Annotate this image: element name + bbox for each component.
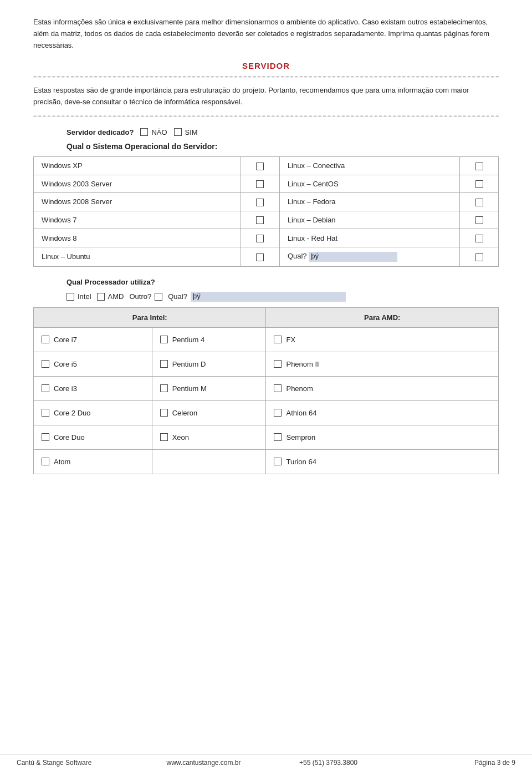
- table-row: Atom Turion 64: [34, 449, 499, 474]
- checkbox-pentium-m[interactable]: [160, 384, 168, 392]
- processor-options-row: Intel AMD Outro? Qual? þÿ: [66, 292, 499, 302]
- nao-checkbox[interactable]: [140, 128, 148, 136]
- proc-qual-label: Qual?: [168, 292, 187, 301]
- proc-item: Pentium M: [160, 384, 258, 393]
- checkbox-phenom-ii[interactable]: [274, 360, 282, 368]
- core-i3-label: Core i3: [54, 384, 77, 393]
- checkbox-core-i3[interactable]: [42, 384, 49, 392]
- proc-item: Core Duo: [42, 433, 144, 442]
- checkbox-linux-debian[interactable]: [475, 216, 483, 224]
- checkbox-linux-redhat[interactable]: [475, 235, 483, 242]
- pentium-d-label: Pentium D: [172, 360, 206, 368]
- os-qual-input[interactable]: þÿ: [309, 252, 397, 262]
- proc-item: Core i3: [42, 384, 144, 393]
- checkbox-atom[interactable]: [42, 458, 49, 465]
- intel-col2-5: Xeon: [152, 425, 266, 449]
- intel-col2-4: Celeron: [152, 400, 266, 425]
- os-linux-fedora-check[interactable]: [460, 193, 499, 211]
- os-linux-conectiva-check[interactable]: [460, 156, 499, 175]
- pentium-m-label: Pentium M: [172, 384, 207, 393]
- checkbox-celeron[interactable]: [160, 409, 168, 417]
- footer-company: Cantú & Stange Software: [17, 759, 141, 767]
- phenom-ii-label: Phenom II: [286, 360, 319, 368]
- xeon-label: Xeon: [172, 433, 189, 442]
- os-linux-ubuntu-check[interactable]: [241, 247, 279, 266]
- checkbox-sempron[interactable]: [274, 433, 282, 441]
- table-row: Windows 7 Linux – Debian: [34, 211, 499, 229]
- table-row: Windows 8 Linux - Red Hat: [34, 229, 499, 247]
- intel-col1-2: Core i5: [34, 352, 152, 376]
- os-windows-xp-check[interactable]: [241, 156, 279, 175]
- os-windows-7: Windows 7: [34, 211, 241, 229]
- checkbox-qual[interactable]: [475, 253, 483, 261]
- os-linux-debian-check[interactable]: [460, 211, 499, 229]
- checkbox-fx[interactable]: [274, 336, 282, 343]
- intel-col2-3: Pentium M: [152, 376, 266, 400]
- proc-item: Pentium 4: [160, 336, 258, 344]
- footer-phone: +55 (51) 3793.3800: [266, 759, 391, 767]
- core-i5-label: Core i5: [54, 360, 77, 368]
- proc-item: Core 2 Duo: [42, 409, 144, 417]
- checkbox-turion-64[interactable]: [274, 458, 282, 465]
- os-linux-fedora: Linux – Fedora: [279, 193, 459, 211]
- proc-item: Phenom II: [274, 360, 490, 368]
- proc-item: Xeon: [160, 433, 258, 442]
- table-row: Core i5 Pentium D Phenom II: [34, 352, 499, 376]
- processor-section: Qual Processador utiliza? Intel AMD Outr…: [33, 278, 499, 474]
- os-windows-7-check[interactable]: [241, 211, 279, 229]
- table-row: Windows 2008 Server Linux – Fedora: [34, 193, 499, 211]
- sempron-label: Sempron: [286, 433, 315, 442]
- checkbox-windows-xp[interactable]: [256, 163, 264, 170]
- checkbox-windows-7[interactable]: [256, 216, 264, 224]
- intel-col1-3: Core i3: [34, 376, 152, 400]
- proc-qual-input[interactable]: þÿ: [191, 292, 346, 302]
- os-windows-2003-check[interactable]: [241, 175, 279, 193]
- checkbox-xeon[interactable]: [160, 433, 168, 441]
- checkbox-linux-fedora[interactable]: [475, 199, 483, 206]
- amd-col-3: Phenom: [266, 376, 499, 400]
- table-row: Core i3 Pentium M Phenom: [34, 376, 499, 400]
- checkbox-windows-2003[interactable]: [256, 180, 264, 188]
- amd-col-5: Sempron: [266, 425, 499, 449]
- os-linux-centos-check[interactable]: [460, 175, 499, 193]
- checkbox-pentium-4[interactable]: [160, 336, 168, 343]
- checkbox-linux-ubuntu[interactable]: [256, 253, 264, 261]
- intel-checkbox[interactable]: [66, 293, 74, 301]
- checkbox-core-i5[interactable]: [42, 360, 49, 368]
- checkbox-phenom[interactable]: [274, 384, 282, 392]
- checkbox-core-2-duo[interactable]: [42, 409, 49, 417]
- checkbox-linux-centos[interactable]: [475, 180, 483, 188]
- outro-checkbox[interactable]: [155, 293, 162, 301]
- checkbox-windows-8[interactable]: [256, 235, 264, 242]
- intel-header: Para Intel:: [34, 307, 266, 327]
- os-linux-redhat-check[interactable]: [460, 229, 499, 247]
- phenom-label: Phenom: [286, 384, 313, 393]
- checkbox-pentium-d[interactable]: [160, 360, 168, 368]
- footer: Cantú & Stange Software www.cantustange.…: [0, 754, 532, 771]
- intel-col2-6: [152, 449, 266, 474]
- table-row: Core Duo Xeon Sempron: [34, 425, 499, 449]
- outro-group: Outro?: [129, 292, 162, 301]
- intel-col1-4: Core 2 Duo: [34, 400, 152, 425]
- checkbox-windows-2008[interactable]: [256, 199, 264, 206]
- section-title: SERVIDOR: [33, 61, 499, 70]
- atom-label: Atom: [54, 458, 70, 466]
- fx-label: FX: [286, 336, 295, 344]
- os-qual-check[interactable]: [460, 247, 499, 266]
- proc-item: Phenom: [274, 384, 490, 393]
- core-duo-label: Core Duo: [54, 433, 85, 442]
- amd-header: Para AMD:: [266, 307, 499, 327]
- os-section-title: Qual o Sistema Operacional do Servidor:: [66, 142, 499, 151]
- checkbox-athlon-64[interactable]: [274, 409, 282, 417]
- os-qual-cell: Qual? þÿ: [279, 247, 459, 266]
- os-windows-2008-check[interactable]: [241, 193, 279, 211]
- proc-item: FX: [274, 336, 490, 344]
- sim-group: SIM: [174, 128, 198, 136]
- os-windows-8-check[interactable]: [241, 229, 279, 247]
- checkbox-core-duo[interactable]: [42, 433, 49, 441]
- sim-checkbox[interactable]: [174, 128, 182, 136]
- checkbox-linux-conectiva[interactable]: [475, 163, 483, 170]
- outro-label: Outro?: [129, 292, 151, 301]
- checkbox-core-i7[interactable]: [42, 336, 49, 343]
- amd-checkbox[interactable]: [97, 293, 105, 301]
